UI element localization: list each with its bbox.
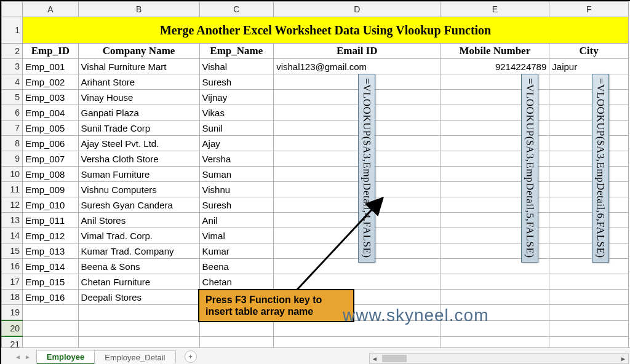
tab-nav-next-icon[interactable]: ► xyxy=(25,354,31,360)
cell-F5[interactable] xyxy=(549,90,629,105)
cell-F20[interactable] xyxy=(549,320,629,336)
cell-D7[interactable] xyxy=(274,121,441,136)
cell-B10[interactable]: Suman Furniture xyxy=(78,167,199,182)
row-header[interactable]: 6 xyxy=(2,105,23,121)
row-header[interactable]: 1 xyxy=(2,17,23,44)
scroll-left-icon[interactable]: ◄ xyxy=(370,355,380,362)
cell-B6[interactable]: Ganpati Plaza xyxy=(78,105,199,121)
horizontal-scrollbar[interactable]: ◄ ► xyxy=(369,353,629,364)
cell-C12[interactable]: Suresh xyxy=(199,197,274,213)
cell-D8[interactable] xyxy=(274,136,441,151)
cell-D13[interactable] xyxy=(274,213,441,228)
cell-B5[interactable]: Vinay House xyxy=(78,90,199,105)
new-sheet-button[interactable]: + xyxy=(185,350,197,363)
tab-nav-prev-icon[interactable]: ◄ xyxy=(15,354,21,360)
row-header[interactable]: 3 xyxy=(2,59,23,74)
cell-B20[interactable] xyxy=(78,320,199,336)
cell-D14[interactable] xyxy=(274,228,441,243)
cell-D6[interactable] xyxy=(274,105,441,121)
cell-D12[interactable] xyxy=(274,197,441,213)
scroll-thumb[interactable] xyxy=(382,355,407,362)
row-header[interactable]: 2 xyxy=(2,44,23,59)
cell-B13[interactable]: Anil Stores xyxy=(78,213,199,228)
column-header-E[interactable]: E xyxy=(441,2,549,17)
cell-A5[interactable]: Emp_003 xyxy=(23,90,78,105)
cell-A19[interactable] xyxy=(23,305,78,321)
row-header[interactable]: 15 xyxy=(2,243,23,259)
row-header[interactable]: 8 xyxy=(2,136,23,151)
select-all-cell[interactable] xyxy=(2,2,23,17)
row-header[interactable]: 11 xyxy=(2,182,23,197)
cell-D3[interactable]: vishal123@gmail.com xyxy=(274,59,441,74)
cell-C5[interactable]: Vijnay xyxy=(199,90,274,105)
cell-B14[interactable]: Vimal Trad. Corp. xyxy=(78,228,199,243)
header-D[interactable]: Email ID xyxy=(274,44,441,59)
cell-F15[interactable] xyxy=(549,243,629,259)
header-E[interactable]: Mobile Number xyxy=(441,44,549,59)
cell-F8[interactable] xyxy=(549,136,629,151)
cell-D4[interactable] xyxy=(274,74,441,90)
cell-A14[interactable]: Emp_012 xyxy=(23,228,78,243)
cell-E18[interactable] xyxy=(441,290,549,305)
cell-B16[interactable]: Beena & Sons xyxy=(78,259,199,274)
cell-A11[interactable]: Emp_009 xyxy=(23,182,78,197)
cell-A10[interactable]: Emp_008 xyxy=(23,167,78,182)
header-A[interactable]: Emp_ID xyxy=(23,44,78,59)
cell-F4[interactable] xyxy=(549,74,629,90)
cell-B8[interactable]: Ajay Steel Pvt. Ltd. xyxy=(78,136,199,151)
row-header[interactable]: 12 xyxy=(2,197,23,213)
column-header-A[interactable]: A xyxy=(23,2,78,17)
header-C[interactable]: Emp_Name xyxy=(199,44,274,59)
row-header[interactable]: 16 xyxy=(2,259,23,274)
cell-F7[interactable] xyxy=(549,121,629,136)
cell-F9[interactable] xyxy=(549,151,629,167)
row-header[interactable]: 19 xyxy=(2,305,23,321)
cell-E3[interactable]: 9214224789 xyxy=(441,59,549,74)
row-header[interactable]: 5 xyxy=(2,90,23,105)
cell-F13[interactable] xyxy=(549,213,629,228)
cell-B17[interactable]: Chetan Furniture xyxy=(78,274,199,290)
cell-F10[interactable] xyxy=(549,167,629,182)
row-header[interactable]: 10 xyxy=(2,167,23,182)
cell-B19[interactable] xyxy=(78,305,199,321)
cell-C10[interactable]: Suman xyxy=(199,167,274,182)
cell-C4[interactable]: Suresh xyxy=(199,74,274,90)
cell-F6[interactable] xyxy=(549,105,629,121)
cell-A17[interactable]: Emp_015 xyxy=(23,274,78,290)
column-header-D[interactable]: D xyxy=(274,2,441,17)
sheet-tab-employee-detail[interactable]: Employee_Detail xyxy=(94,350,175,364)
cell-F14[interactable] xyxy=(549,228,629,243)
cell-C9[interactable]: Versha xyxy=(199,151,274,167)
cell-C11[interactable]: Vishnu xyxy=(199,182,274,197)
cell-A9[interactable]: Emp_007 xyxy=(23,151,78,167)
cell-C16[interactable]: Beena xyxy=(199,259,274,274)
cell-C20[interactable] xyxy=(199,320,274,336)
cell-B18[interactable]: Deepali Stores xyxy=(78,290,199,305)
cell-C14[interactable]: Vimal xyxy=(199,228,274,243)
header-B[interactable]: Company Name xyxy=(78,44,199,59)
cell-C6[interactable]: Vikas xyxy=(199,105,274,121)
cell-A13[interactable]: Emp_011 xyxy=(23,213,78,228)
cell-F11[interactable] xyxy=(549,182,629,197)
cell-D16[interactable] xyxy=(274,259,441,274)
row-header[interactable]: 17 xyxy=(2,274,23,290)
sheet-tab-employee[interactable]: Employee xyxy=(36,350,95,365)
cell-A16[interactable]: Emp_014 xyxy=(23,259,78,274)
row-header[interactable]: 7 xyxy=(2,121,23,136)
cell-A3[interactable]: Emp_001 xyxy=(23,59,78,74)
cell-D17[interactable] xyxy=(274,274,441,290)
cell-D15[interactable] xyxy=(274,243,441,259)
cell-A6[interactable]: Emp_004 xyxy=(23,105,78,121)
cell-A15[interactable]: Emp_013 xyxy=(23,243,78,259)
row-header[interactable]: 20 xyxy=(2,320,23,336)
cell-D10[interactable] xyxy=(274,167,441,182)
cell-B3[interactable]: Vishal Furniture Mart xyxy=(78,59,199,74)
cell-F16[interactable] xyxy=(549,259,629,274)
cell-A18[interactable]: Emp_016 xyxy=(23,290,78,305)
cell-B9[interactable]: Versha Cloth Store xyxy=(78,151,199,167)
row-header[interactable]: 13 xyxy=(2,213,23,228)
cell-D11[interactable] xyxy=(274,182,441,197)
cell-B15[interactable]: Kumar Trad. Company xyxy=(78,243,199,259)
cell-F18[interactable] xyxy=(549,290,629,305)
row-header[interactable]: 4 xyxy=(2,74,23,90)
